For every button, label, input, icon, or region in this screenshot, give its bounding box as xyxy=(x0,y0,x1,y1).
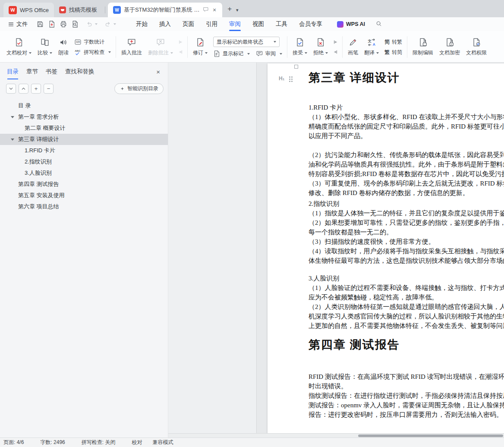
toc-item[interactable]: 目 录 xyxy=(0,100,168,111)
compare-button[interactable]: 比较 xyxy=(35,33,55,61)
spellcheck-status[interactable]: 拼写检查: 关闭 xyxy=(82,439,116,446)
simplified-to-traditional-button[interactable]: 简 转繁 xyxy=(384,38,402,46)
redo-button[interactable] xyxy=(104,20,116,28)
spell-check-button[interactable]: ABC 拼写检查 xyxy=(74,49,111,56)
tab-document[interactable]: W 基于STM32的智能门禁系统 设... × xyxy=(108,3,222,17)
expand-arrow-icon[interactable] xyxy=(11,116,14,118)
wps-ai-button[interactable]: WPS AI xyxy=(337,21,365,28)
menu-tabs: 开始插入页面引用审阅视图工具会员专享 xyxy=(136,17,322,31)
menu-tab-review[interactable]: 审阅 xyxy=(229,17,241,31)
traditional-char-icon: 繁 xyxy=(384,49,390,56)
heading-level-icon[interactable]: H1 xyxy=(279,76,284,82)
menu-tab-tools[interactable]: 工具 xyxy=(276,17,287,31)
previous-change-icon[interactable] xyxy=(332,39,339,45)
expand-next-button[interactable] xyxy=(6,84,16,94)
toc-item[interactable]: 第六章 项目总结 xyxy=(0,201,168,212)
drag-handle-icon[interactable] xyxy=(289,76,290,78)
proofread-status-button[interactable]: 校对 xyxy=(132,439,142,446)
toc-item[interactable]: 第五章 安装及使用 xyxy=(0,190,168,201)
read-aloud-button[interactable]: 朗读 xyxy=(55,33,72,61)
tab-list-chevron-icon[interactable]: ▾ xyxy=(235,7,241,17)
encrypt-document-button[interactable]: 文档加密 xyxy=(436,33,463,61)
undo-button[interactable] xyxy=(85,20,98,28)
insert-comment-button[interactable]: 插入批注 xyxy=(118,33,145,61)
menu-tab-member[interactable]: 会员专享 xyxy=(299,17,322,31)
search-icon[interactable] xyxy=(375,20,382,28)
page-indicator[interactable]: 页面: 4/6 xyxy=(3,439,24,446)
print-preview-icon[interactable] xyxy=(71,20,79,28)
speaker-icon xyxy=(59,38,68,47)
word-count-status[interactable]: 字数: 2496 xyxy=(40,439,65,446)
tab-template-store[interactable]: 找稿壳模板 xyxy=(54,3,102,17)
menu-tab-page-layout[interactable]: 页面 xyxy=(183,17,194,31)
close-pane-icon[interactable]: × xyxy=(154,68,162,76)
expand-arrow-icon[interactable] xyxy=(11,139,14,141)
traditional-to-simplified-button[interactable]: 繁 转简 xyxy=(384,49,402,56)
menu-tab-view[interactable]: 视图 xyxy=(252,17,264,31)
heading-tools[interactable]: H1 xyxy=(279,76,290,82)
previous-comment-icon[interactable] xyxy=(177,39,184,45)
wps-logo-icon: W xyxy=(9,6,17,14)
show-markup-button[interactable]: 显示标记 xyxy=(213,50,250,57)
compatibility-mode-badge[interactable]: 兼容模式 xyxy=(152,439,173,446)
document-workspace[interactable]: H1 第三章 详细设计1.RFID 卡片（1）体积小型化、形状多样化、RFID … xyxy=(168,63,504,438)
accept-change-button[interactable]: 接受 xyxy=(290,33,310,61)
text-line: 精确度而配合纸张的固定尺寸和印刷品质。此外，RFID 标签更可往小型化与 xyxy=(309,122,504,131)
toc-item[interactable]: 第四章 测试报告 xyxy=(0,179,168,190)
print-icon[interactable] xyxy=(60,20,67,28)
sidebar-tab-chapters[interactable]: 章节 xyxy=(26,68,38,76)
sidebar-tab-bookmarks[interactable]: 书签 xyxy=(46,68,57,76)
button-label: 字数统计 xyxy=(84,38,104,46)
file-menu-label: 文件 xyxy=(16,20,28,28)
ink-pen-button[interactable]: 画笔 xyxy=(345,33,361,61)
toc-item[interactable]: 2.指纹识别 xyxy=(0,156,168,167)
new-tab-button[interactable]: + xyxy=(222,5,235,17)
text-line: 上更加的自然，且不需要其他物体特征，不会发生丢失、被复制等问题。 xyxy=(309,321,504,331)
button-label: 画笔 xyxy=(348,49,358,57)
next-comment-icon[interactable] xyxy=(177,49,184,55)
smart-toc-button[interactable]: 智能识别目录 xyxy=(114,83,164,94)
track-changes-button[interactable]: 修订 xyxy=(190,33,211,61)
tab-wps-home[interactable]: W WPS Office xyxy=(3,3,54,17)
ai-sparkle-icon xyxy=(120,86,125,91)
expand-all-button[interactable]: + xyxy=(31,84,41,94)
document-permission-button[interactable]: 文档权限 xyxy=(463,33,490,61)
sidebar-tab-toc[interactable]: 目录 xyxy=(7,68,19,76)
statusbar: 页面: 4/6 字数: 2496 拼写检查: 关闭 校对 兼容模式 xyxy=(0,438,504,447)
menu-tab-home[interactable]: 开始 xyxy=(136,17,148,31)
text-line: 每一个指纹都是独一无二的。 xyxy=(309,227,504,237)
toc-item[interactable]: 3.人脸识别 xyxy=(0,167,168,179)
collapse-all-button[interactable]: − xyxy=(44,84,54,94)
workspace-gutter xyxy=(168,63,257,433)
paragraph: （3）可重复使用、现今的条形码印刷上去之后就无法更改，RFID 标签则修改、删除… xyxy=(309,179,504,198)
translate-button[interactable]: 文A 翻译 xyxy=(361,33,382,61)
menu-tab-insert[interactable]: 插入 xyxy=(159,17,171,31)
toc-item-label: 1.RFID 卡片 xyxy=(25,147,55,154)
toc-item[interactable]: 第三章 详细设计 xyxy=(0,134,168,145)
menu-tab-reference[interactable]: 引用 xyxy=(206,17,217,31)
word-count-icon: 123 xyxy=(74,38,82,46)
delete-comment-button[interactable]: 删除批注 xyxy=(145,33,176,61)
save-icon[interactable] xyxy=(36,20,44,28)
sidebar-tab-find-replace[interactable]: 查找和替换 xyxy=(65,68,94,76)
text-line: （2）如果想要增加可靠性，只需登记更多的指纹，鉴别更多的手指，最多可以 xyxy=(309,218,504,227)
toc-item[interactable]: 1.RFID 卡片 xyxy=(0,145,168,156)
file-menu-button[interactable]: 文件 xyxy=(5,20,30,28)
reject-change-button[interactable]: 拒绝 xyxy=(310,33,331,61)
scrollbar-thumb[interactable] xyxy=(358,434,503,437)
text-line: 报告：进行更改密码时，按压串口屏需要用力，否则无法输入密码。 xyxy=(309,410,504,419)
export-pdf-icon[interactable] xyxy=(48,20,56,28)
next-change-icon[interactable] xyxy=(332,49,339,55)
chevron-down-icon xyxy=(325,52,328,54)
markup-state-select[interactable]: 显示标记的最终状态 xyxy=(213,37,280,47)
toc-item[interactable]: 第一章 需求分析 xyxy=(0,111,168,123)
word-count-button[interactable]: 123 字数统计 xyxy=(74,38,111,46)
document-page[interactable]: H1 第三章 详细设计1.RFID 卡片（1）体积小型化、形状多样化、RFID … xyxy=(268,63,504,434)
toc-item[interactable]: 第二章 概要设计 xyxy=(0,123,168,134)
restrict-editing-button[interactable]: 限制编辑 xyxy=(410,33,436,61)
close-tab-icon[interactable]: × xyxy=(212,6,217,13)
horizontal-scrollbar[interactable] xyxy=(168,433,504,438)
collapse-prev-button[interactable] xyxy=(19,84,28,94)
doc-proofread-button[interactable]: 文档校对 xyxy=(3,33,35,61)
review-panel-button[interactable]: 审阅 xyxy=(256,50,282,57)
